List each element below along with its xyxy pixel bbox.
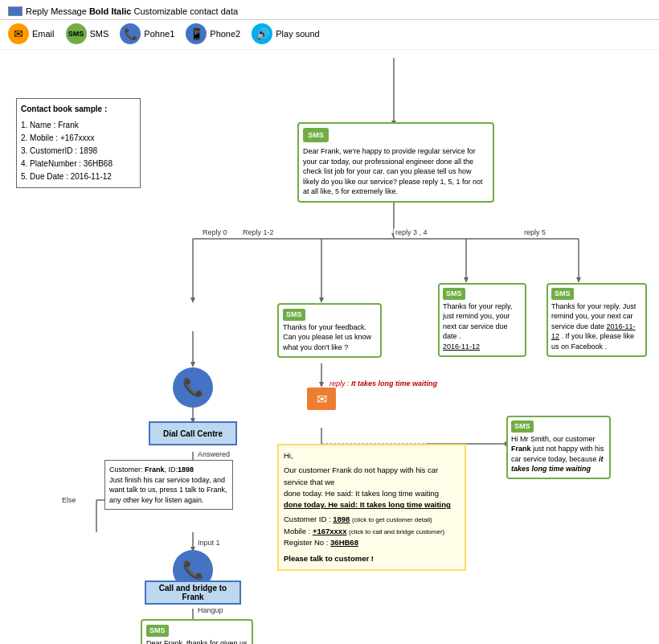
reply-5-label: reply 5	[522, 228, 547, 236]
svg-marker-10	[464, 277, 469, 283]
reply-34-label: reply 3 , 4	[394, 228, 429, 236]
else-label: Else	[60, 496, 78, 504]
contact-book-mobile: 2. Mobile : +167xxxx	[21, 132, 136, 145]
feedback-sms-text: Thanks for your feedback. Can you please…	[283, 322, 376, 353]
sms-label: SMS	[90, 29, 109, 39]
legend-bar: Reply Message Bold Italic Customizable c…	[0, 0, 659, 20]
contact-book-box: Contact book sample : 1. Name : Frank 2.…	[16, 98, 141, 188]
contact-book-cid: 3. CustomerID : 1898	[21, 145, 136, 158]
sms-legend: SMS SMS	[66, 23, 109, 44]
remind2-sms-bubble: SMS Thanks for your reply. Just remind y…	[546, 283, 647, 357]
contact-book-title: Contact book sample :	[21, 103, 136, 116]
email-hi: Hi,	[284, 450, 460, 461]
complaint-reply-label: reply : It takes long time waiting	[328, 379, 439, 388]
svg-marker-27	[319, 382, 324, 388]
sms-icon-legend: SMS	[66, 23, 87, 44]
reply-message-legend: Reply Message Bold Italic Customizable c…	[8, 6, 238, 16]
ivr-text: Customer: Frank, ID:1898Just finish his …	[109, 465, 228, 505]
phone1-icon-legend: 📞	[120, 23, 141, 44]
phone-dial-icon: 📞	[173, 367, 213, 408]
email-reg-row: Register No : 36HB68	[284, 537, 460, 548]
main-sms-text: Dear Frank, we're happy to provide regul…	[303, 146, 489, 197]
svg-marker-12	[576, 277, 581, 283]
reply-message-color	[8, 6, 23, 16]
svg-marker-6	[190, 297, 195, 303]
playsound-legend: 🔊 Play sound	[252, 23, 319, 44]
contact-book-plate: 4. PlateNumber : 36HB68	[21, 158, 136, 170]
notify-sms-text: Hi Mr Smith, our customer Frank just not…	[511, 434, 606, 474]
icon-row: ✉ Email SMS SMS 📞 Pohne1 📱 Phone2 🔊 Play…	[0, 20, 659, 50]
phone2-label: Phone2	[210, 29, 240, 39]
reply-0-label: Reply 0	[201, 228, 229, 236]
email-mobile-row: Mobile : +167xxxx (click to call and bri…	[284, 526, 460, 537]
remind2-sms-text: Thanks for your reply. Just remind you, …	[551, 301, 642, 352]
svg-marker-14	[190, 362, 195, 367]
email-legend: ✉ Email	[8, 23, 55, 44]
dial-call-centre-label: Dial Call Centre	[163, 429, 223, 438]
reply-12-label: Reply 1-2	[241, 228, 276, 236]
contact-book-name: 1. Name : Frank	[21, 119, 136, 132]
phone2-legend: 📱 Phone2	[186, 23, 240, 44]
email-cid-row: Customer ID : 1898 (click to get custome…	[284, 514, 460, 525]
reply-message-label: Reply Message Bold Italic Customizable c…	[26, 6, 238, 16]
remind1-sms-text: Thanks for your reply, just remind you, …	[443, 301, 522, 352]
phone1-legend: 📞 Pohne1	[120, 23, 174, 44]
playsound-icon-legend: 🔊	[252, 23, 272, 44]
dial-call-centre-box: Dial Call Centre	[149, 421, 237, 445]
diagram: Contact book sample : 1. Name : Frank 2.…	[0, 50, 659, 644]
email-body-box: Hi, Our customer Frank do not happy with…	[277, 444, 466, 571]
input1-label: Input 1	[196, 539, 222, 547]
hangup-label: Hangup	[196, 606, 225, 614]
remind1-sms-bubble: SMS Thanks for your reply, just remind y…	[438, 283, 526, 357]
playsound-label: Play sound	[276, 29, 319, 39]
email-line2: done today. He said: It takes long time …	[284, 488, 460, 511]
notify-sms-bubble: SMS Hi Mr Smith, our customer Frank just…	[506, 416, 611, 479]
email-line1: Our customer Frank do not happy with his…	[284, 465, 460, 488]
answered-label: Answered	[196, 450, 231, 458]
email-complaint-icon: ✉	[307, 388, 336, 410]
email-footer: Please talk to customer !	[284, 553, 460, 564]
contact-book-due: 5. Due Date : 2016-11-12	[21, 170, 136, 183]
bridge-call-label: Call and bridge to Frank	[150, 584, 235, 601]
ivr-text-box: Customer: Frank, ID:1898Just finish his …	[104, 460, 233, 510]
feedback-sms-bubble: SMS Thanks for your feedback. Can you pl…	[277, 303, 382, 358]
phone1-label: Pohne1	[144, 29, 174, 39]
bridge-call-box: Call and bridge to Frank	[145, 580, 241, 605]
email-label: Email	[32, 29, 55, 39]
thanks-sms-bubble: SMS Dear Frank, thanks for given us your…	[141, 619, 253, 644]
svg-marker-8	[319, 297, 324, 303]
email-icon-legend: ✉	[8, 23, 29, 44]
main-sms-bubble: SMS Dear Frank, we're happy to provide r…	[297, 122, 494, 203]
phone2-icon-legend: 📱	[186, 23, 207, 44]
thanks-sms-text: Dear Frank, thanks for given us your fee…	[146, 638, 248, 644]
